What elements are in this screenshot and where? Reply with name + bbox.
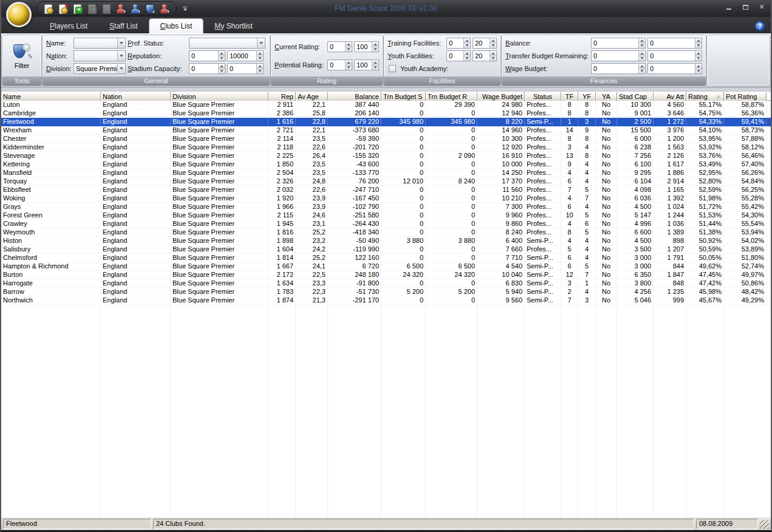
spinner-down-button[interactable] (695, 44, 702, 49)
column-header-status[interactable]: Status (525, 92, 561, 101)
potential-rating-max-spinner[interactable]: 100 (354, 60, 379, 70)
spinner-up-button[interactable] (463, 38, 470, 44)
spinner-down-button[interactable] (490, 56, 496, 61)
spinner-up-button[interactable] (638, 51, 645, 56)
close-button[interactable]: ✕ (757, 3, 766, 11)
column-header-trn-budget-r[interactable]: Trn Budget R (426, 92, 477, 101)
spinner-up-button[interactable] (218, 64, 225, 69)
spinner-down-button[interactable] (490, 44, 496, 49)
table-row[interactable]: BarrowEnglandBlue Square Premier1 78322,… (1, 288, 771, 296)
table-row[interactable]: KidderminsterEnglandBlue Square Premier2… (1, 143, 771, 152)
spinner-up-button[interactable] (345, 42, 352, 47)
column-header-division[interactable]: Division (171, 92, 268, 101)
wage-budget-min-spinner[interactable]: 0 (591, 63, 646, 74)
reputation-min-spinner[interactable]: 0 (189, 50, 225, 61)
current-rating-max-spinner[interactable]: 100 (354, 41, 379, 52)
spinner-up-button[interactable] (463, 51, 470, 56)
table-row[interactable]: ChesterEnglandBlue Square Premier2 11423… (1, 135, 771, 143)
column-header-tf[interactable]: TF (561, 92, 578, 101)
spinner-down-button[interactable] (345, 66, 352, 70)
column-header-av-age[interactable]: Av Age (296, 92, 328, 101)
resize-grip[interactable] (760, 520, 769, 529)
name-dropdown[interactable] (73, 38, 126, 49)
reputation-max-spinner[interactable]: 10000 (227, 50, 264, 61)
transfer-budget-min-spinner[interactable]: 0 (591, 50, 646, 61)
table-row[interactable]: HarrogateEnglandBlue Square Premier1 634… (1, 279, 771, 288)
current-rating-min-spinner[interactable]: 0 (327, 41, 352, 52)
tab-clubs-list[interactable]: Clubs List (149, 18, 204, 33)
youth-facilities-max-spinner[interactable]: 20 (473, 50, 497, 61)
column-header-ya[interactable]: YA (596, 92, 617, 101)
training-facilities-min-spinner[interactable]: 0 (446, 38, 471, 49)
column-header-av-att[interactable]: Av Att (654, 92, 686, 101)
column-header-rep[interactable]: Rep (268, 92, 296, 101)
spinner-down-button[interactable] (372, 66, 378, 70)
table-row[interactable]: WrexhamEnglandBlue Square Premier2 72122… (1, 126, 771, 135)
tab-my-shortlist[interactable]: My Shortlist (203, 19, 264, 33)
spinner-up-button[interactable] (345, 60, 352, 66)
chevron-down-icon[interactable] (257, 38, 265, 48)
table-row[interactable]: BurtonEnglandBlue Square Premier2 17222,… (1, 271, 771, 279)
maximize-button[interactable] (741, 3, 750, 11)
table-row[interactable]: SalisburyEnglandBlue Square Premier1 604… (1, 245, 771, 254)
column-header-pot-rating[interactable]: Pot Rating (724, 92, 767, 101)
spinner-up-button[interactable] (218, 51, 225, 56)
balance-max-spinner[interactable]: 0 (647, 38, 702, 49)
spinner-down-button[interactable] (638, 44, 645, 49)
table-row[interactable]: KetteringEnglandBlue Square Premier1 850… (1, 160, 771, 169)
spinner-up-button[interactable] (372, 42, 378, 47)
spinner-down-button[interactable] (638, 56, 645, 61)
prof-status-dropdown[interactable] (189, 38, 265, 49)
stadium-capacity-min-spinner[interactable]: 0 (189, 63, 225, 74)
table-row[interactable]: Hampton & RichmondEnglandBlue Square Pre… (1, 262, 771, 271)
column-header-yf[interactable]: YF (578, 92, 596, 101)
tab-staff-list[interactable]: Staff List (98, 19, 148, 33)
column-header-rating[interactable]: Rating (686, 92, 724, 101)
spinner-down-button[interactable] (372, 47, 378, 52)
potential-rating-min-spinner[interactable]: 0 (327, 60, 352, 70)
spinner-down-button[interactable] (695, 56, 702, 61)
spinner-down-button[interactable] (218, 69, 225, 74)
table-row[interactable]: WokingEnglandBlue Square Premier1 92023,… (1, 194, 771, 203)
training-facilities-max-spinner[interactable]: 20 (473, 38, 497, 49)
table-row[interactable]: FleetwoodEnglandBlue Square Premier1 616… (1, 118, 771, 126)
spinner-up-button[interactable] (695, 38, 702, 44)
table-row[interactable]: WeymouthEnglandBlue Square Premier1 8162… (1, 228, 771, 237)
spinner-down-button[interactable] (256, 56, 263, 61)
spinner-up-button[interactable] (695, 51, 702, 56)
minimize-button[interactable] (725, 3, 733, 11)
spinner-down-button[interactable] (345, 47, 352, 52)
spinner-up-button[interactable] (638, 38, 645, 44)
division-dropdown[interactable]: Square Premier (73, 63, 126, 74)
spinner-up-button[interactable] (372, 60, 378, 66)
transfer-budget-max-spinner[interactable]: 0 (647, 50, 702, 61)
chevron-down-icon[interactable] (117, 64, 125, 73)
table-row[interactable]: CambridgeEnglandBlue Square Premier2 386… (1, 109, 771, 118)
tab-players-list[interactable]: Players List (39, 19, 98, 33)
table-row[interactable]: CrawleyEnglandBlue Square Premier1 94523… (1, 220, 771, 228)
table-row[interactable]: MansfieldEnglandBlue Square Premier2 504… (1, 169, 771, 177)
spinner-up-button[interactable] (490, 38, 496, 44)
spinner-down-button[interactable] (256, 69, 263, 74)
wage-budget-max-spinner[interactable]: 0 (647, 63, 702, 74)
chevron-down-icon[interactable] (117, 38, 125, 48)
youth-facilities-min-spinner[interactable]: 0 (446, 50, 471, 61)
table-row[interactable]: NorthwichEnglandBlue Square Premier1 874… (1, 296, 771, 305)
column-header-stad-cap[interactable]: Stad Cap (617, 92, 654, 101)
table-row[interactable]: Forest GreenEnglandBlue Square Premier2 … (1, 211, 771, 220)
spinner-up-button[interactable] (256, 51, 263, 56)
column-header-wage-budget[interactable]: Wage Budget (477, 92, 525, 101)
filter-button[interactable]: Filter (2, 35, 41, 77)
spinner-down-button[interactable] (218, 56, 225, 61)
spinner-up-button[interactable] (256, 64, 263, 69)
table-row[interactable]: ChelmsfordEnglandBlue Square Premier1 81… (1, 254, 771, 262)
chevron-down-icon[interactable] (117, 51, 125, 61)
column-header-balance[interactable]: Balance (328, 92, 381, 101)
table-row[interactable]: LutonEnglandBlue Square Premier2 91122,1… (1, 101, 771, 109)
spinner-down-button[interactable] (463, 44, 470, 49)
table-row[interactable]: TorquayEnglandBlue Square Premier2 32624… (1, 177, 771, 186)
spinner-down-button[interactable] (695, 69, 702, 74)
spinner-up-button[interactable] (695, 64, 702, 69)
column-header-nation[interactable]: Nation (101, 92, 171, 101)
nation-dropdown[interactable] (73, 50, 126, 61)
